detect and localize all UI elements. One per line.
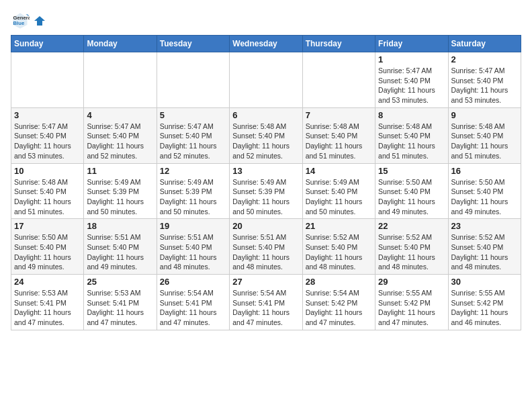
day-info: Sunrise: 5:50 AM Sunset: 5:40 PM Dayligh… bbox=[14, 232, 81, 272]
day-number: 11 bbox=[87, 166, 153, 176]
calendar-cell: 2Sunrise: 5:47 AM Sunset: 5:40 PM Daylig… bbox=[448, 52, 521, 108]
calendar-table: SundayMondayTuesdayWednesdayThursdayFrid… bbox=[11, 35, 521, 330]
day-info: Sunrise: 5:47 AM Sunset: 5:40 PM Dayligh… bbox=[160, 122, 226, 161]
day-info: Sunrise: 5:48 AM Sunset: 5:40 PM Dayligh… bbox=[378, 122, 445, 161]
calendar-cell: 23Sunrise: 5:52 AM Sunset: 5:40 PM Dayli… bbox=[448, 219, 521, 275]
day-number: 23 bbox=[451, 221, 518, 231]
day-info: Sunrise: 5:48 AM Sunset: 5:40 PM Dayligh… bbox=[232, 122, 299, 161]
calendar-cell bbox=[302, 52, 375, 108]
day-number: 6 bbox=[232, 110, 299, 120]
day-number: 25 bbox=[87, 277, 153, 287]
day-number: 12 bbox=[160, 166, 226, 176]
calendar-cell: 19Sunrise: 5:51 AM Sunset: 5:40 PM Dayli… bbox=[157, 219, 229, 275]
day-info: Sunrise: 5:49 AM Sunset: 5:40 PM Dayligh… bbox=[306, 177, 372, 217]
calendar-cell: 25Sunrise: 5:53 AM Sunset: 5:41 PM Dayli… bbox=[84, 275, 157, 330]
day-number: 8 bbox=[378, 110, 445, 120]
calendar-cell: 26Sunrise: 5:54 AM Sunset: 5:41 PM Dayli… bbox=[157, 275, 229, 330]
day-number: 30 bbox=[451, 277, 518, 287]
day-info: Sunrise: 5:53 AM Sunset: 5:41 PM Dayligh… bbox=[14, 288, 81, 328]
day-number: 3 bbox=[14, 110, 81, 120]
day-number: 4 bbox=[87, 110, 153, 120]
day-number: 27 bbox=[232, 277, 299, 287]
calendar-cell: 24Sunrise: 5:53 AM Sunset: 5:41 PM Dayli… bbox=[11, 275, 84, 330]
calendar-cell: 27Sunrise: 5:54 AM Sunset: 5:41 PM Dayli… bbox=[230, 275, 302, 330]
day-number: 17 bbox=[14, 221, 81, 231]
calendar-cell: 28Sunrise: 5:54 AM Sunset: 5:42 PM Dayli… bbox=[302, 275, 375, 330]
calendar-cell bbox=[11, 52, 84, 108]
calendar-cell bbox=[84, 52, 157, 108]
calendar-cell: 30Sunrise: 5:55 AM Sunset: 5:42 PM Dayli… bbox=[448, 275, 521, 330]
calendar-cell: 29Sunrise: 5:55 AM Sunset: 5:42 PM Dayli… bbox=[375, 275, 448, 330]
day-number: 7 bbox=[306, 110, 372, 120]
calendar-cell: 3Sunrise: 5:47 AM Sunset: 5:40 PM Daylig… bbox=[11, 107, 84, 163]
day-info: Sunrise: 5:51 AM Sunset: 5:40 PM Dayligh… bbox=[232, 232, 299, 272]
day-number: 16 bbox=[451, 166, 518, 176]
day-number: 26 bbox=[160, 277, 226, 287]
calendar-header-row: SundayMondayTuesdayWednesdayThursdayFrid… bbox=[11, 36, 521, 52]
day-info: Sunrise: 5:51 AM Sunset: 5:40 PM Dayligh… bbox=[87, 232, 153, 272]
col-header-wednesday: Wednesday bbox=[230, 36, 302, 52]
logo-icon: General Blue bbox=[11, 11, 30, 30]
day-info: Sunrise: 5:55 AM Sunset: 5:42 PM Dayligh… bbox=[451, 288, 518, 328]
calendar-cell: 15Sunrise: 5:50 AM Sunset: 5:40 PM Dayli… bbox=[375, 163, 448, 219]
day-number: 9 bbox=[451, 110, 518, 120]
calendar-cell: 10Sunrise: 5:48 AM Sunset: 5:40 PM Dayli… bbox=[11, 163, 84, 219]
day-number: 14 bbox=[306, 166, 372, 176]
calendar-cell: 11Sunrise: 5:49 AM Sunset: 5:39 PM Dayli… bbox=[84, 163, 157, 219]
logo: General Blue bbox=[11, 11, 46, 30]
logo-triangle-icon bbox=[34, 15, 46, 27]
day-number: 18 bbox=[87, 221, 153, 231]
day-number: 2 bbox=[451, 54, 518, 64]
day-info: Sunrise: 5:54 AM Sunset: 5:41 PM Dayligh… bbox=[160, 288, 226, 328]
calendar-cell: 21Sunrise: 5:52 AM Sunset: 5:40 PM Dayli… bbox=[302, 219, 375, 275]
day-number: 19 bbox=[160, 221, 226, 231]
calendar-week-row: 17Sunrise: 5:50 AM Sunset: 5:40 PM Dayli… bbox=[11, 219, 521, 275]
day-number: 29 bbox=[378, 277, 445, 287]
calendar-week-row: 3Sunrise: 5:47 AM Sunset: 5:40 PM Daylig… bbox=[11, 107, 521, 163]
calendar-cell: 12Sunrise: 5:49 AM Sunset: 5:39 PM Dayli… bbox=[157, 163, 229, 219]
calendar-cell: 16Sunrise: 5:50 AM Sunset: 5:40 PM Dayli… bbox=[448, 163, 521, 219]
calendar-week-row: 24Sunrise: 5:53 AM Sunset: 5:41 PM Dayli… bbox=[11, 275, 521, 330]
day-info: Sunrise: 5:47 AM Sunset: 5:40 PM Dayligh… bbox=[14, 122, 81, 161]
day-info: Sunrise: 5:47 AM Sunset: 5:40 PM Dayligh… bbox=[87, 122, 153, 161]
day-info: Sunrise: 5:50 AM Sunset: 5:40 PM Dayligh… bbox=[451, 177, 518, 217]
day-number: 5 bbox=[160, 110, 226, 120]
day-number: 28 bbox=[306, 277, 372, 287]
page-header: General Blue bbox=[11, 11, 521, 30]
day-number: 1 bbox=[378, 54, 445, 64]
day-info: Sunrise: 5:52 AM Sunset: 5:40 PM Dayligh… bbox=[378, 232, 445, 272]
day-info: Sunrise: 5:48 AM Sunset: 5:40 PM Dayligh… bbox=[451, 122, 518, 161]
day-info: Sunrise: 5:49 AM Sunset: 5:39 PM Dayligh… bbox=[87, 177, 153, 217]
calendar-cell: 4Sunrise: 5:47 AM Sunset: 5:40 PM Daylig… bbox=[84, 107, 157, 163]
day-info: Sunrise: 5:49 AM Sunset: 5:39 PM Dayligh… bbox=[232, 177, 299, 217]
calendar-cell: 14Sunrise: 5:49 AM Sunset: 5:40 PM Dayli… bbox=[302, 163, 375, 219]
day-number: 21 bbox=[306, 221, 372, 231]
day-number: 20 bbox=[232, 221, 299, 231]
day-info: Sunrise: 5:47 AM Sunset: 5:40 PM Dayligh… bbox=[378, 66, 445, 105]
svg-text:Blue: Blue bbox=[13, 20, 25, 26]
calendar-week-row: 10Sunrise: 5:48 AM Sunset: 5:40 PM Dayli… bbox=[11, 163, 521, 219]
day-info: Sunrise: 5:48 AM Sunset: 5:40 PM Dayligh… bbox=[306, 122, 372, 161]
col-header-sunday: Sunday bbox=[11, 36, 84, 52]
col-header-saturday: Saturday bbox=[448, 36, 521, 52]
calendar-cell: 5Sunrise: 5:47 AM Sunset: 5:40 PM Daylig… bbox=[157, 107, 229, 163]
day-info: Sunrise: 5:48 AM Sunset: 5:40 PM Dayligh… bbox=[14, 177, 81, 217]
calendar-week-row: 1Sunrise: 5:47 AM Sunset: 5:40 PM Daylig… bbox=[11, 52, 521, 108]
day-info: Sunrise: 5:51 AM Sunset: 5:40 PM Dayligh… bbox=[160, 232, 226, 272]
day-info: Sunrise: 5:54 AM Sunset: 5:41 PM Dayligh… bbox=[232, 288, 299, 328]
svg-marker-4 bbox=[34, 16, 45, 26]
day-number: 10 bbox=[14, 166, 81, 176]
day-number: 13 bbox=[232, 166, 299, 176]
col-header-monday: Monday bbox=[84, 36, 157, 52]
col-header-friday: Friday bbox=[375, 36, 448, 52]
day-number: 15 bbox=[378, 166, 445, 176]
day-info: Sunrise: 5:52 AM Sunset: 5:40 PM Dayligh… bbox=[451, 232, 518, 272]
col-header-tuesday: Tuesday bbox=[157, 36, 229, 52]
day-info: Sunrise: 5:52 AM Sunset: 5:40 PM Dayligh… bbox=[306, 232, 372, 272]
calendar-cell: 18Sunrise: 5:51 AM Sunset: 5:40 PM Dayli… bbox=[84, 219, 157, 275]
day-number: 24 bbox=[14, 277, 81, 287]
calendar-cell: 8Sunrise: 5:48 AM Sunset: 5:40 PM Daylig… bbox=[375, 107, 448, 163]
calendar-cell: 7Sunrise: 5:48 AM Sunset: 5:40 PM Daylig… bbox=[302, 107, 375, 163]
calendar-cell: 20Sunrise: 5:51 AM Sunset: 5:40 PM Dayli… bbox=[230, 219, 302, 275]
day-info: Sunrise: 5:50 AM Sunset: 5:40 PM Dayligh… bbox=[378, 177, 445, 217]
